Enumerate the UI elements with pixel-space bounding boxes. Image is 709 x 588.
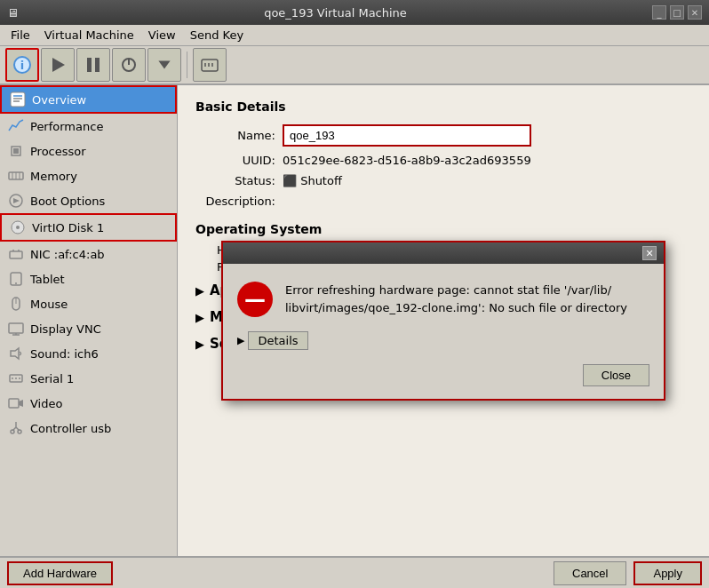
sound-icon bbox=[7, 345, 25, 362]
add-hardware-button[interactable]: Add Hardware bbox=[7, 561, 113, 585]
title-bar: 🖥 qoe_193 Virtual Machine _ □ ✕ bbox=[0, 0, 709, 25]
memory-icon bbox=[7, 167, 25, 185]
details-toggle[interactable]: ▶ Details bbox=[237, 331, 649, 350]
dialog-details: ▶ Details bbox=[223, 328, 664, 357]
sidebar-item-mouse[interactable]: Mouse bbox=[0, 291, 177, 316]
sidebar-item-display-vnc[interactable]: Display VNC bbox=[0, 316, 177, 341]
sidebar-item-nic[interactable]: NIC :af:c4:ab bbox=[0, 242, 177, 266]
uuid-value: 051c29ee-6823-d516-a8b9-a3c2ad693559 bbox=[283, 154, 531, 167]
nic-icon bbox=[7, 245, 25, 263]
details-label[interactable]: Details bbox=[248, 331, 307, 350]
sidebar-item-label-controller-usb: Controller usb bbox=[30, 422, 170, 435]
menu-view[interactable]: View bbox=[141, 27, 183, 44]
sidebar-item-controller-usb[interactable]: Controller usb bbox=[0, 416, 177, 441]
security-arrow: ▶ bbox=[195, 338, 204, 351]
sidebar-item-virtio-disk-1[interactable]: VirtIO Disk 1 bbox=[0, 213, 177, 242]
sidebar-item-label-serial-1: Serial 1 bbox=[30, 372, 170, 385]
performance-icon bbox=[7, 117, 25, 135]
svg-rect-17 bbox=[13, 148, 19, 154]
dialog-body: — Error refreshing hardware page: cannot… bbox=[223, 264, 664, 328]
svg-rect-40 bbox=[9, 399, 19, 408]
basic-details-title: Basic Details bbox=[195, 99, 691, 114]
sidebar-item-label-tablet: Tablet bbox=[30, 273, 170, 286]
sidebar-item-overview[interactable]: Overview bbox=[0, 85, 177, 114]
power-dropdown[interactable] bbox=[147, 48, 181, 82]
menu-file[interactable]: File bbox=[4, 27, 37, 44]
status-label: Status: bbox=[195, 174, 275, 187]
toolbar-separator bbox=[187, 52, 187, 78]
menu-send-key[interactable]: Send Key bbox=[183, 27, 251, 44]
sidebar-item-performance[interactable]: Performance bbox=[0, 114, 177, 139]
maximize-button[interactable]: □ bbox=[670, 5, 684, 20]
sidebar-item-processor[interactable]: Processor bbox=[0, 139, 177, 163]
cancel-button[interactable]: Cancel bbox=[554, 561, 626, 585]
dialog-actions: Close bbox=[223, 357, 664, 399]
power-button[interactable] bbox=[112, 48, 146, 82]
svg-rect-12 bbox=[11, 92, 25, 107]
mouse-icon bbox=[7, 295, 25, 313]
dialog-close-btn[interactable]: Close bbox=[583, 364, 649, 386]
svg-point-43 bbox=[18, 430, 21, 433]
menu-virtual-machine[interactable]: Virtual Machine bbox=[37, 27, 141, 44]
svg-rect-25 bbox=[10, 251, 22, 258]
serial-icon bbox=[7, 369, 25, 387]
name-label: Name: bbox=[195, 129, 275, 142]
sidebar-item-tablet[interactable]: Tablet bbox=[0, 266, 177, 291]
sidebar-item-sound[interactable]: Sound: ich6 bbox=[0, 341, 177, 366]
sidebar-item-label-memory: Memory bbox=[30, 170, 170, 183]
info-button[interactable]: i bbox=[5, 48, 39, 82]
pause-button[interactable] bbox=[76, 48, 110, 82]
svg-rect-3 bbox=[87, 58, 92, 72]
svg-point-38 bbox=[15, 377, 17, 379]
sidebar-item-label-boot-options: Boot Options bbox=[30, 195, 170, 208]
svg-text:i: i bbox=[20, 59, 24, 72]
processor-icon bbox=[7, 142, 25, 160]
sidebar-item-label-nic: NIC :af:c4:ab bbox=[30, 248, 170, 261]
sidebar-item-label-mouse: Mouse bbox=[30, 298, 170, 311]
controller-usb-icon bbox=[7, 419, 25, 437]
svg-rect-32 bbox=[9, 323, 23, 333]
window-icon: 🖥 bbox=[7, 6, 19, 20]
close-button[interactable]: ✕ bbox=[688, 5, 702, 20]
dialog-close-button[interactable]: ✕ bbox=[642, 246, 657, 260]
sidebar-item-label-video: Video bbox=[30, 397, 170, 410]
sidebar-item-video[interactable]: Video bbox=[0, 391, 177, 416]
machine-settings-arrow: ▶ bbox=[195, 311, 204, 324]
status-value: ⬛ Shutoff bbox=[283, 174, 342, 187]
uuid-label: UUID: bbox=[195, 154, 275, 167]
status-icon: ⬛ bbox=[283, 174, 297, 187]
svg-marker-2 bbox=[52, 58, 65, 72]
sidebar-item-label-sound: Sound: ich6 bbox=[30, 347, 170, 361]
error-icon: — bbox=[237, 282, 273, 317]
svg-marker-7 bbox=[158, 61, 170, 69]
status-row: Status: ⬛ Shutoff bbox=[195, 174, 691, 187]
minimize-button[interactable]: _ bbox=[652, 5, 666, 20]
uuid-row: UUID: 051c29ee-6823-d516-a8b9-a3c2ad6935… bbox=[195, 154, 691, 167]
name-row: Name: bbox=[195, 124, 691, 147]
sidebar-item-serial-1[interactable]: Serial 1 bbox=[0, 366, 177, 391]
dialog-titlebar: ✕ bbox=[223, 242, 664, 264]
apply-button[interactable]: Apply bbox=[633, 561, 702, 585]
run-button[interactable] bbox=[41, 48, 75, 82]
send-key-button[interactable] bbox=[193, 48, 227, 82]
error-message: Error refreshing hardware page: cannot s… bbox=[285, 282, 627, 316]
name-input[interactable] bbox=[283, 124, 531, 147]
bottom-bar: Add Hardware Cancel Apply bbox=[0, 556, 709, 588]
svg-rect-8 bbox=[202, 60, 218, 71]
svg-point-42 bbox=[11, 430, 14, 433]
applications-arrow: ▶ bbox=[195, 284, 204, 298]
sidebar-item-memory[interactable]: Memory bbox=[0, 163, 177, 188]
svg-point-29 bbox=[15, 282, 17, 284]
tablet-icon bbox=[7, 270, 25, 288]
os-title: Operating System bbox=[195, 222, 691, 236]
video-icon bbox=[7, 394, 25, 412]
sidebar-item-label-display-vnc: Display VNC bbox=[30, 322, 170, 336]
bottom-right-actions: Cancel Apply bbox=[554, 561, 702, 585]
sidebar-item-label-performance: Performance bbox=[30, 120, 170, 133]
menu-bar: File Virtual Machine View Send Key bbox=[0, 25, 709, 46]
svg-point-24 bbox=[16, 226, 20, 229]
sidebar-item-boot-options[interactable]: Boot Options bbox=[0, 188, 177, 213]
virtio-disk-icon bbox=[9, 219, 27, 236]
details-arrow: ▶ bbox=[237, 335, 244, 346]
description-row: Description: bbox=[195, 195, 691, 208]
